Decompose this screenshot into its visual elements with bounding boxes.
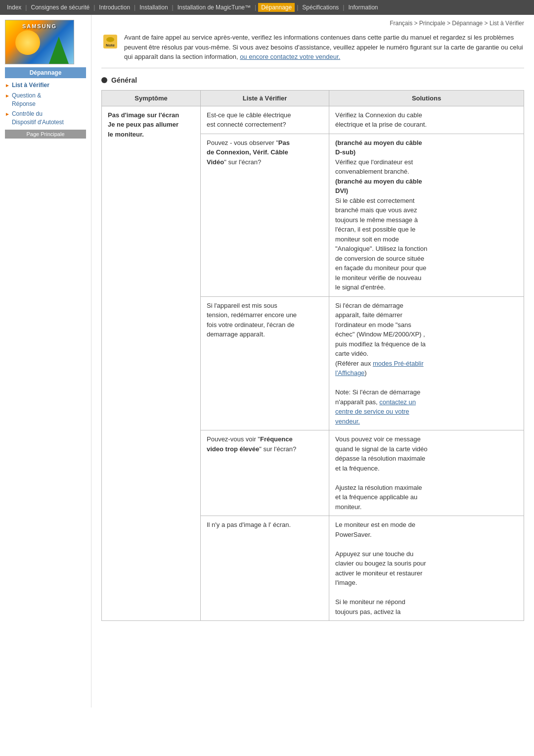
col-header-solutions: Solutions [329,90,524,106]
solution-cell-1: Vérifiez la Connexion du cableélectrique… [329,106,524,134]
solution-cell-4: Vous pouvez voir ce messagequand le sign… [329,430,524,516]
breadcrumb: Français > Principale > Dépannage > List… [101,20,524,27]
nav-sep-6: | [297,4,298,11]
page-principale-button[interactable]: Page Principale [5,130,86,139]
sidebar-label-question: Question &Réponse [12,92,41,108]
top-navigation: Index | Consignes de sécurité | Introduc… [0,0,534,15]
note-icon-inner: Note [103,35,117,48]
content-wrapper: SAMSUNG Dépannage ► List à Vérifier ► Qu… [0,15,534,708]
nav-introduction[interactable]: Introduction [97,3,132,12]
table-row: Pas d'image sur l'écranJe ne peux pas al… [102,106,524,134]
check-cell-1: Est-ce que le câble électriqueest connec… [201,106,329,134]
bullet-icon [101,77,107,83]
col-header-symptome: Symptôme [102,90,201,106]
main-table: Symptôme Liste à Vérifier Solutions Pas … [101,90,524,621]
sidebar: SAMSUNG Dépannage ► List à Vérifier ► Qu… [0,15,91,708]
sidebar-item-controle[interactable]: ► Contrôle duDispositif d'Autotest [5,110,86,127]
sidebar-label-controle: Contrôle duDispositif d'Autotest [12,110,64,127]
nav-information[interactable]: Information [346,3,380,12]
nav-sep-4: | [172,4,174,11]
note-label: Note [106,43,115,47]
solution-cell-2: (branché au moyen du câbleD-sub) Vérifie… [329,134,524,296]
bold-dvi: (branché au moyen du câbleDVI) [335,178,422,195]
sidebar-section-title: Dépannage [5,67,86,78]
service-link[interactable]: contactez uncentre de service ou votreve… [335,398,416,425]
logo-sun-decoration [15,30,40,55]
modes-link[interactable]: modes Pré-établirl'Affichage [335,360,423,377]
nav-sep-2: | [93,4,95,11]
note-text-content: Avant de faire appel au service après-ve… [124,33,524,62]
section-general-header: Général [101,76,524,84]
note-box: Note Avant de faire appel au service apr… [101,33,524,68]
solution-cell-5: Le moniteur est en mode dePowerSaver. Ap… [329,516,524,621]
arrow-icon-2: ► [5,93,10,99]
check-cell-4: Pouvez-vous voir "Fréquencevideo trop él… [201,430,329,516]
bold-text-1: Pasde Connexion, Vérif. CâbleVidéo [207,139,290,166]
nav-sep-1: | [25,4,27,11]
sidebar-item-list-verifier[interactable]: ► List à Vérifier [5,81,86,90]
sidebar-item-question-reponse[interactable]: ► Question &Réponse [5,92,86,108]
nav-installation[interactable]: Installation [137,3,170,12]
main-content: Français > Principale > Dépannage > List… [91,15,534,708]
arrow-icon-3: ► [5,111,10,118]
solution-cell-3: Si l'écran de démarrageapparaît, faite d… [329,296,524,430]
samsung-logo: SAMSUNG [5,20,74,64]
logo-tree-decoration [49,37,69,64]
note-icon: Note [101,33,119,50]
nav-sep-3: | [134,4,135,11]
nav-magictune[interactable]: Installation de MagicTune™ [176,3,253,12]
check-cell-2: Pouvez - vous observer "Pasde Connexion,… [201,134,329,296]
nav-sep-7: | [343,4,344,11]
bold-freq: Fréquencevideo trop élevée [207,435,293,453]
bold-dsub: (branché au moyen du câbleD-sub) [335,139,422,156]
check-cell-3: Si l'appareil est mis soustension, redém… [201,296,329,430]
note-vendor-link[interactable]: ou encore contactez votre vendeur. [240,53,340,60]
symptom-cell-1: Pas d'image sur l'écranJe ne peux pas al… [102,106,201,621]
table-header-row: Symptôme Liste à Vérifier Solutions [102,90,524,106]
nav-depannage[interactable]: Dépannage [258,3,295,12]
sidebar-label-list-verifier: List à Vérifier [12,81,49,90]
nav-index[interactable]: Index [5,3,23,12]
arrow-icon-1: ► [5,82,10,89]
nav-consignes[interactable]: Consignes de sécurité [29,3,91,12]
section-title-general: Général [111,76,137,84]
nav-specifications[interactable]: Spécifications [300,3,341,12]
col-header-liste: Liste à Vérifier [201,90,329,106]
check-cell-5: Il n'y a pas d'image à l' écran. [201,516,329,621]
nav-sep-5: | [255,4,256,11]
samsung-brand-text: SAMSUNG [22,23,57,29]
